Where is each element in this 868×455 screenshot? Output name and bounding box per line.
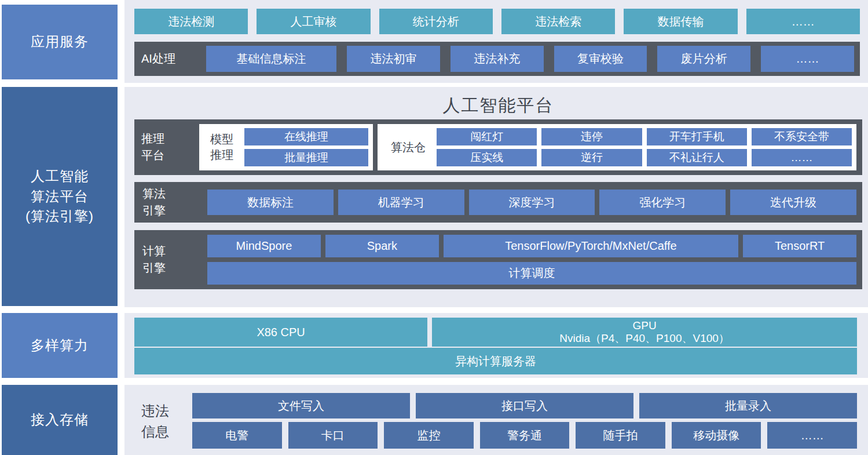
band-app-services: 应用服务 违法检测 人工审核 统计分析 违法检索 数据传输 …… AI处理 基础… [0, 0, 868, 87]
ai-processing-label: AI处理 [141, 50, 202, 67]
storage-panel: 违法 信息 文件写入 接口写入 批量录入 电警 卡口 监控 警务通 随手拍 移动… [124, 385, 868, 455]
write-block: 文件写入 [192, 393, 410, 418]
sidebar-item-storage: 接入存储 [2, 385, 118, 455]
inference-block: 在线推理 [244, 128, 368, 145]
sidebar-label: 人工智能 算法平台 (算法引擎) [25, 166, 94, 227]
content-computing-power: X86 CPU GPU Nvidia（P4、P40、P100、V100） 异构计… [124, 313, 868, 385]
sidebar-cell: 应用服务 [0, 0, 124, 87]
ai-block-ellipsis: …… [761, 46, 854, 72]
sidebar-cell: 多样算力 [0, 313, 124, 385]
violation-info-label: 违法 信息 [134, 393, 192, 449]
sidebar-cell: 人工智能 算法平台 (算法引擎) [0, 87, 124, 313]
algorithm-block: 闯红灯 [437, 128, 537, 145]
source-block: 卡口 [288, 422, 378, 449]
compute-engine-label: 计算 引擎 [141, 243, 200, 276]
cpu-block: X86 CPU [134, 318, 427, 347]
algorithm-engine-blocks: 数据标注 机器学习 深度学习 强化学习 迭代升级 [207, 190, 856, 215]
app-services-panel: 违法检测 人工审核 统计分析 违法检索 数据传输 …… AI处理 基础信息标注 … [124, 0, 868, 83]
sidebar-item-ai-platform: 人工智能 算法平台 (算法引擎) [2, 87, 118, 306]
service-block: 数据传输 [624, 9, 737, 34]
compute-scheduler-row: 计算调度 [207, 262, 856, 285]
algorithm-block: 压实线 [437, 149, 537, 166]
source-block: 随手拍 [576, 422, 665, 449]
engine-block: 迭代升级 [730, 190, 856, 215]
ai-block: 违法初审 [347, 46, 440, 72]
hetero-server-block: 异构计算服务器 [134, 348, 857, 374]
framework-block: TensorFlow/PyTorch/MxNet/Caffe [444, 235, 738, 257]
source-block: 警务通 [480, 422, 570, 449]
model-inference-box: 模型 推理 在线推理 批量推理 [199, 124, 373, 170]
hardware-row: X86 CPU GPU Nvidia（P4、P40、P100、V100） [134, 318, 857, 347]
band-ai-platform: 人工智能 算法平台 (算法引擎) 人工智能平台 推理 平台 模型 推理 在线推理… [0, 87, 868, 313]
ai-processing-bar: AI处理 基础信息标注 违法初审 违法补充 复审校验 废片分析 …… [134, 42, 860, 76]
content-app-services: 违法检测 人工审核 统计分析 违法检索 数据传输 …… AI处理 基础信息标注 … [124, 0, 868, 87]
content-storage: 违法 信息 文件写入 接口写入 批量录入 电警 卡口 监控 警务通 随手拍 移动… [124, 385, 868, 455]
compute-engine-bar: 计算 引擎 MindSpore Spark TensorFlow/PyTorch… [134, 230, 862, 289]
computing-power-panel: X86 CPU GPU Nvidia（P4、P40、P100、V100） 异构计… [124, 313, 868, 378]
ai-block: 基础信息标注 [206, 46, 336, 72]
framework-block: TensorRT [743, 235, 856, 257]
source-block: 移动摄像 [672, 422, 761, 449]
algorithm-block: 开车打手机 [647, 128, 747, 145]
sidebar-item-app-services: 应用服务 [2, 5, 118, 79]
service-block: 违法检测 [134, 9, 248, 34]
engine-block: 强化学习 [599, 190, 726, 215]
framework-block: Spark [325, 235, 439, 257]
engine-block: 机器学习 [338, 190, 464, 215]
service-block: 违法检索 [501, 9, 615, 34]
algorithm-store-blocks: 闯红灯 违停 开车打手机 不系安全带 压实线 逆行 不礼让行人 …… [437, 128, 852, 166]
algorithm-block-ellipsis: …… [752, 149, 852, 166]
model-inference-blocks: 在线推理 批量推理 [244, 128, 368, 166]
service-block: 人工审核 [257, 9, 370, 34]
ai-block: 复审校验 [554, 46, 647, 72]
storage-blocks: 文件写入 接口写入 批量录入 电警 卡口 监控 警务通 随手拍 移动摄像 …… [192, 393, 857, 449]
service-block: 统计分析 [379, 9, 493, 34]
model-inference-label: 模型 推理 [204, 132, 240, 163]
band-computing-power: 多样算力 X86 CPU GPU Nvidia（P4、P40、P100、V100… [0, 313, 868, 385]
sidebar-item-computing-power: 多样算力 [2, 313, 118, 378]
architecture-diagram: 应用服务 违法检测 人工审核 统计分析 违法检索 数据传输 …… AI处理 基础… [0, 0, 868, 455]
sidebar-label: 接入存储 [31, 410, 89, 430]
algorithm-store-label: 算法仓 [382, 140, 434, 155]
sidebar-cell: 接入存储 [0, 385, 124, 455]
write-block: 接口写入 [416, 393, 633, 418]
source-block: 监控 [384, 422, 474, 449]
gpu-block: GPU Nvidia（P4、P40、P100、V100） [432, 318, 857, 347]
data-sources-row: 电警 卡口 监控 警务通 随手拍 移动摄像 …… [192, 422, 857, 449]
ai-block: 废片分析 [657, 46, 750, 72]
engine-block: 数据标注 [207, 190, 334, 215]
ai-processing-blocks: 基础信息标注 违法初审 违法补充 复审校验 废片分析 …… [206, 46, 854, 72]
ai-block: 违法补充 [451, 46, 544, 72]
service-block-ellipsis: …… [746, 9, 860, 34]
framework-block: MindSpore [207, 235, 321, 257]
source-block: 电警 [192, 422, 282, 449]
sidebar-label: 应用服务 [31, 32, 89, 52]
source-block-ellipsis: …… [767, 422, 857, 449]
inference-platform-label: 推理 平台 [140, 130, 199, 164]
algorithm-block: 不礼让行人 [647, 149, 747, 166]
engine-block: 深度学习 [469, 190, 595, 215]
compute-frameworks-row: MindSpore Spark TensorFlow/PyTorch/MxNet… [207, 235, 856, 257]
service-row: 违法检测 人工审核 统计分析 违法检索 数据传输 …… [134, 9, 860, 34]
algorithm-engine-label: 算法 引擎 [141, 185, 200, 219]
ai-platform-panel: 人工智能平台 推理 平台 模型 推理 在线推理 批量推理 算法仓 闯红灯 [124, 87, 868, 307]
inference-platform-bar: 推理 平台 模型 推理 在线推理 批量推理 算法仓 闯红灯 违停 开 [134, 119, 862, 175]
algorithm-block: 不系安全带 [752, 128, 852, 145]
algorithm-block: 违停 [541, 128, 642, 145]
scheduler-block: 计算调度 [207, 262, 856, 285]
write-block: 批量录入 [639, 393, 857, 418]
algorithm-block: 逆行 [541, 149, 642, 166]
algorithm-store-box: 算法仓 闯红灯 违停 开车打手机 不系安全带 压实线 逆行 不礼让行人 …… [378, 124, 856, 170]
write-methods-row: 文件写入 接口写入 批量录入 [192, 393, 857, 418]
content-ai-platform: 人工智能平台 推理 平台 模型 推理 在线推理 批量推理 算法仓 闯红灯 [124, 87, 868, 313]
platform-title: 人工智能平台 [134, 92, 862, 119]
compute-engine-blocks: MindSpore Spark TensorFlow/PyTorch/MxNet… [207, 235, 856, 285]
sidebar-label: 多样算力 [31, 336, 89, 356]
inference-block: 批量推理 [244, 149, 368, 166]
algorithm-engine-bar: 算法 引擎 数据标注 机器学习 深度学习 强化学习 迭代升级 [134, 182, 862, 223]
band-storage: 接入存储 违法 信息 文件写入 接口写入 批量录入 电警 卡口 监控 警务通 [0, 385, 868, 455]
